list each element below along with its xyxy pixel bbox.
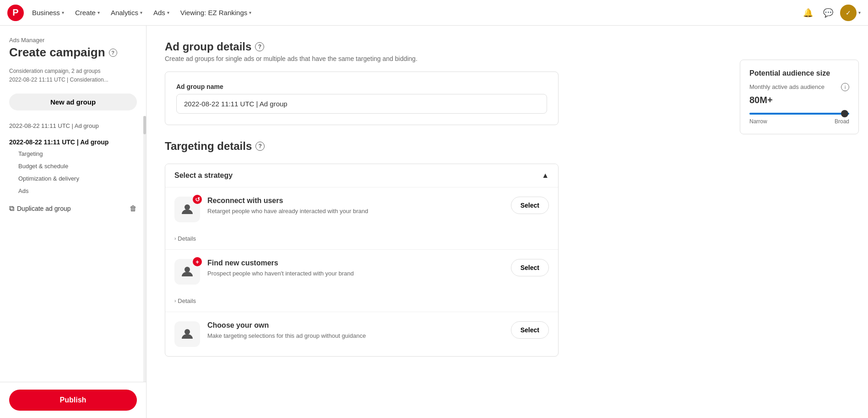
topnav-business[interactable]: Business ▾	[27, 5, 69, 20]
reconnect-details[interactable]: › Details	[165, 231, 558, 249]
audience-slider-labels: Narrow Broad	[749, 118, 849, 125]
topnav-viewing[interactable]: Viewing: EZ Rankings ▾	[176, 5, 256, 20]
account-chevron: ▾	[858, 10, 861, 15]
notifications-button[interactable]: 🔔	[800, 5, 816, 21]
subitem-budget[interactable]: Budget & schedule	[15, 160, 137, 172]
reconnect-badge: ↺	[193, 195, 202, 204]
strategy-new-customers: + Find new customers Prospect people who…	[165, 249, 558, 294]
topnav-analytics[interactable]: Analytics ▾	[106, 5, 147, 20]
topnav-ads[interactable]: Ads ▾	[149, 5, 174, 20]
topnav-analytics-chevron: ▾	[140, 10, 142, 15]
ad-group-list: 2022-08-22 11:11 UTC | Ad group 2022-08-…	[0, 116, 146, 220]
topnav-create-label: Create	[75, 9, 96, 16]
topnav-right: 🔔 💬 ✓ ▾	[800, 5, 861, 21]
subitem-targeting[interactable]: Targeting	[15, 148, 137, 160]
sidebar: Ads Manager Create campaign ? Considerat…	[0, 26, 146, 418]
messages-button[interactable]: 💬	[820, 5, 836, 21]
audience-monthly-info[interactable]: i	[841, 83, 849, 91]
ad-group-inactive[interactable]: 2022-08-22 11:11 UTC | Ad group	[0, 118, 146, 134]
topnav-items: Business ▾ Create ▾ Analytics ▾ Ads ▾ Vi…	[27, 5, 800, 20]
audience-value: 80M+	[749, 95, 849, 105]
strategy-reconnect: ↺ Reconnect with users Retarget people w…	[165, 187, 558, 231]
reconnect-desc: Retarget people who have already interac…	[207, 207, 504, 216]
ad-group-active-name[interactable]: 2022-08-22 11:11 UTC | Ad group	[9, 138, 137, 148]
choose-own-name: Choose your own	[207, 321, 504, 330]
new-customers-details-label: Details	[178, 297, 196, 304]
audience-slider[interactable]	[749, 113, 849, 115]
new-customers-details-chevron: ›	[174, 298, 176, 303]
sidebar-bottom: Publish	[0, 382, 146, 418]
audience-monthly: Monthly active ads audience i	[749, 83, 849, 91]
svg-point-1	[184, 267, 190, 272]
ad-group-subitems: Targeting Budget & schedule Optimization…	[9, 148, 137, 197]
new-customers-details[interactable]: › Details	[165, 294, 558, 312]
duplicate-label: Duplicate ad group	[17, 205, 71, 212]
svg-point-0	[184, 204, 190, 210]
page-layout: Ads Manager Create campaign ? Considerat…	[0, 26, 868, 418]
sidebar-scroll: 2022-08-22 11:11 UTC | Ad group 2022-08-…	[0, 116, 146, 382]
topnav-business-label: Business	[32, 9, 60, 16]
ad-group-name-card: Ad group name	[165, 72, 559, 125]
audience-panel-title: Potential audience size	[749, 69, 849, 77]
topnav-viewing-label: Viewing: EZ Rankings	[180, 9, 247, 16]
topnav-create[interactable]: Create ▾	[71, 5, 104, 20]
publish-button[interactable]: Publish	[9, 390, 137, 411]
ad-group-active: 2022-08-22 11:11 UTC | Ad group Targetin…	[0, 134, 146, 199]
reconnect-icon: ↺	[174, 197, 200, 222]
choose-own-icon	[174, 321, 200, 347]
topnav-create-chevron: ▾	[98, 10, 100, 15]
ad-group-details-header: Ad group details ? Create ad groups for …	[165, 40, 850, 62]
svg-point-2	[184, 329, 190, 335]
new-customers-badge: +	[193, 257, 202, 266]
new-customers-desc: Prospect people who haven't interacted w…	[207, 269, 504, 278]
audience-slider-thumb[interactable]	[841, 110, 848, 117]
choose-own-select-button[interactable]: Select	[511, 321, 549, 339]
topnav-business-chevron: ▾	[62, 10, 64, 15]
duplicate-icon: ⧉	[9, 204, 14, 213]
audience-slider-narrow: Narrow	[749, 118, 767, 125]
scroll-thumb[interactable]	[143, 116, 146, 134]
sidebar-title-text: Create campaign	[9, 45, 105, 60]
strategy-section-header[interactable]: Select a strategy ▲	[165, 164, 558, 187]
account-dropdown[interactable]: ✓ ▾	[840, 5, 861, 21]
strategy-choose-own: Choose your own Make targeting selection…	[165, 312, 558, 356]
topnav-ads-label: Ads	[153, 9, 165, 16]
topnav-analytics-label: Analytics	[111, 9, 138, 16]
ad-group-name-input[interactable]	[176, 94, 547, 114]
sidebar-title: Create campaign ?	[9, 45, 137, 60]
ad-group-details-title: Ad group details ?	[165, 40, 850, 53]
pinterest-logo[interactable]: P	[7, 5, 24, 21]
new-customers-icon: +	[174, 259, 200, 285]
reconnect-info: Reconnect with users Retarget people who…	[207, 197, 504, 216]
new-customers-select-button[interactable]: Select	[511, 259, 549, 276]
sidebar-actions: ⧉ Duplicate ad group 🗑	[0, 199, 146, 218]
strategy-section-title: Select a strategy	[174, 171, 233, 180]
strategy-section-chevron: ▲	[542, 171, 549, 180]
audience-monthly-label: Monthly active ads audience	[749, 83, 825, 91]
scroll-track	[143, 116, 146, 382]
new-ad-group-button[interactable]: New ad group	[9, 94, 137, 110]
choose-own-desc: Make targeting selections for this ad gr…	[207, 331, 504, 341]
create-campaign-help[interactable]: ?	[109, 49, 117, 57]
strategy-card: Select a strategy ▲ ↺ Reconnect with use…	[165, 164, 559, 357]
avatar[interactable]: ✓	[840, 5, 857, 21]
subitem-ads[interactable]: Ads	[15, 185, 137, 197]
ad-group-name-label: Ad group name	[176, 83, 547, 90]
ad-group-details-help[interactable]: ?	[255, 42, 264, 51]
reconnect-details-label: Details	[178, 235, 196, 242]
topnav-viewing-chevron: ▾	[249, 10, 251, 15]
campaign-info: Consideration campaign, 2 ad groups 2022…	[0, 67, 146, 90]
duplicate-ad-group-button[interactable]: ⧉ Duplicate ad group	[9, 204, 71, 213]
new-customers-info: Find new customers Prospect people who h…	[207, 259, 504, 278]
sidebar-header: Ads Manager Create campaign ?	[0, 26, 146, 67]
reconnect-select-button[interactable]: Select	[511, 197, 549, 214]
targeting-details-help[interactable]: ?	[255, 142, 265, 151]
new-customers-name: Find new customers	[207, 259, 504, 267]
reconnect-name: Reconnect with users	[207, 197, 504, 205]
subitem-optimization[interactable]: Optimization & delivery	[15, 172, 137, 185]
targeting-details-title: Targeting details ?	[165, 140, 850, 153]
sidebar-supertitle: Ads Manager	[9, 37, 137, 44]
delete-ad-group-button[interactable]: 🗑	[130, 204, 137, 213]
topnav-ads-chevron: ▾	[167, 10, 169, 15]
audience-panel: Potential audience size Monthly active a…	[740, 60, 859, 134]
